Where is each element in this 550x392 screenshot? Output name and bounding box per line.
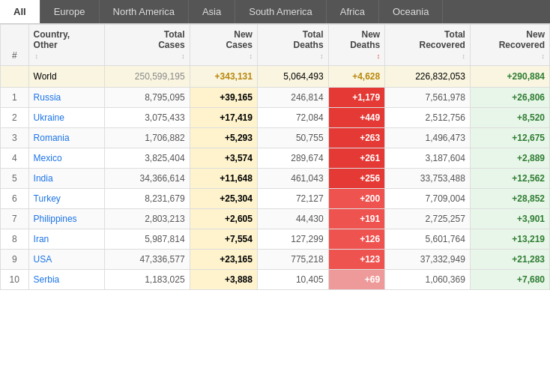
new-cases-cell: +25,304: [190, 189, 257, 209]
table-row: 2Ukraine3,075,433+17,41972,084+4492,512,…: [1, 108, 550, 128]
country-cell[interactable]: Russia: [28, 88, 104, 108]
total-recovered-cell: 2,725,257: [385, 209, 471, 229]
new-cases-cell: +3,574: [190, 148, 257, 169]
col-header-3[interactable]: NewCases ↕: [190, 25, 257, 66]
sort-icon-5[interactable]: ↕: [377, 52, 381, 60]
country-link[interactable]: Turkey: [34, 193, 61, 204]
country-link[interactable]: Russia: [34, 92, 61, 103]
tab-asia[interactable]: Asia: [189, 0, 235, 23]
col-header-7[interactable]: NewRecovered ↕: [470, 25, 549, 66]
new-recovered-cell: +8,520: [470, 108, 549, 128]
col-header-1[interactable]: Country,Other ↕: [28, 25, 104, 66]
rank-cell: 4: [1, 148, 29, 169]
country-cell[interactable]: Ukraine: [28, 108, 104, 128]
new-deaths-cell: +1,179: [328, 88, 385, 108]
new-cases-cell: +23,165: [190, 250, 257, 270]
rank-cell: 3: [1, 128, 29, 148]
tab-oceania[interactable]: Oceania: [379, 0, 443, 23]
sort-icon-4[interactable]: ↕: [320, 52, 324, 60]
new-cases-cell: +11,648: [190, 169, 257, 189]
sort-icon-2[interactable]: ↕: [181, 52, 185, 60]
col-header-4[interactable]: TotalDeaths ↕: [257, 25, 328, 66]
new-recovered-cell: +13,219: [470, 229, 549, 250]
rank-cell: 7: [1, 209, 29, 229]
tab-north-america[interactable]: North America: [100, 0, 189, 23]
new-cases-cell: +3,888: [190, 270, 257, 290]
new-deaths-cell: +200: [328, 189, 385, 209]
world-row: World250,599,195+343,1315,064,493+4,6282…: [1, 66, 550, 88]
tab-africa[interactable]: Africa: [327, 0, 379, 23]
tab-bar: AllEuropeNorth AmericaAsiaSouth AmericaA…: [0, 0, 550, 24]
tab-south-america[interactable]: South America: [235, 0, 327, 23]
rank-cell: 8: [1, 229, 29, 250]
tab-all[interactable]: All: [0, 0, 40, 23]
sort-icon-3[interactable]: ↕: [249, 52, 253, 60]
tab-europe[interactable]: Europe: [40, 0, 100, 23]
world-cell-0: [1, 66, 29, 88]
total-deaths-cell: 72,084: [257, 108, 328, 128]
total-recovered-cell: 33,753,488: [385, 169, 471, 189]
country-cell[interactable]: India: [28, 169, 104, 189]
sort-icon-1[interactable]: ↕: [35, 52, 39, 60]
country-cell[interactable]: Iran: [28, 229, 104, 250]
country-link[interactable]: USA: [34, 254, 52, 265]
world-cell-1: World: [28, 66, 104, 88]
country-cell[interactable]: USA: [28, 250, 104, 270]
total-cases-cell: 8,795,095: [104, 88, 190, 108]
country-link[interactable]: Philippines: [34, 214, 77, 224]
total-recovered-cell: 3,187,604: [385, 148, 471, 169]
total-recovered-cell: 1,060,369: [385, 270, 471, 290]
new-recovered-cell: +12,675: [470, 128, 549, 148]
rank-cell: 9: [1, 250, 29, 270]
total-recovered-cell: 1,496,473: [385, 128, 471, 148]
total-deaths-cell: 289,674: [257, 148, 328, 169]
total-recovered-cell: 7,709,004: [385, 189, 471, 209]
total-deaths-cell: 72,127: [257, 189, 328, 209]
table-row: 5India34,366,614+11,648461,043+25633,753…: [1, 169, 550, 189]
new-cases-cell: +2,605: [190, 209, 257, 229]
country-link[interactable]: Ukraine: [34, 112, 64, 123]
total-cases-cell: 3,825,404: [104, 148, 190, 169]
country-link[interactable]: Romania: [34, 133, 70, 143]
rank-cell: 2: [1, 108, 29, 128]
total-cases-cell: 8,231,679: [104, 189, 190, 209]
new-deaths-cell: +449: [328, 108, 385, 128]
total-deaths-cell: 461,043: [257, 169, 328, 189]
country-link[interactable]: Mexico: [34, 153, 62, 163]
new-recovered-cell: +12,562: [470, 169, 549, 189]
country-link[interactable]: Iran: [34, 234, 49, 244]
col-header-6[interactable]: TotalRecovered ↕: [385, 25, 471, 66]
col-header-2[interactable]: TotalCases ↕: [104, 25, 190, 66]
country-cell[interactable]: Turkey: [28, 189, 104, 209]
sort-icon-7[interactable]: ↕: [542, 52, 546, 60]
country-cell[interactable]: Philippines: [28, 209, 104, 229]
rank-cell: 6: [1, 189, 29, 209]
country-cell[interactable]: Serbia: [28, 270, 104, 290]
new-cases-cell: +5,293: [190, 128, 257, 148]
total-cases-cell: 47,336,577: [104, 250, 190, 270]
new-deaths-cell: +256: [328, 169, 385, 189]
country-link[interactable]: Serbia: [34, 274, 60, 285]
total-recovered-cell: 37,332,949: [385, 250, 471, 270]
rank-cell: 1: [1, 88, 29, 108]
country-cell[interactable]: Mexico: [28, 148, 104, 169]
world-cell-6: 226,832,053: [385, 66, 471, 88]
country-cell[interactable]: Romania: [28, 128, 104, 148]
new-recovered-cell: +26,806: [470, 88, 549, 108]
table-row: 9USA47,336,577+23,165775,218+12337,332,9…: [1, 250, 550, 270]
table-row: 4Mexico3,825,404+3,574289,674+2613,187,6…: [1, 148, 550, 169]
rank-cell: 5: [1, 169, 29, 189]
col-header-5[interactable]: NewDeaths ↕: [328, 25, 385, 66]
total-cases-cell: 5,987,814: [104, 229, 190, 250]
total-cases-cell: 1,706,882: [104, 128, 190, 148]
table-row: 7Philippines2,803,213+2,60544,430+1912,7…: [1, 209, 550, 229]
total-deaths-cell: 10,405: [257, 270, 328, 290]
total-cases-cell: 1,183,025: [104, 270, 190, 290]
new-recovered-cell: +7,680: [470, 270, 549, 290]
table-row: 10Serbia1,183,025+3,88810,405+691,060,36…: [1, 270, 550, 290]
new-deaths-cell: +263: [328, 128, 385, 148]
new-deaths-cell: +123: [328, 250, 385, 270]
new-recovered-cell: +3,901: [470, 209, 549, 229]
country-link[interactable]: India: [34, 173, 53, 184]
sort-icon-6[interactable]: ↕: [462, 52, 465, 60]
